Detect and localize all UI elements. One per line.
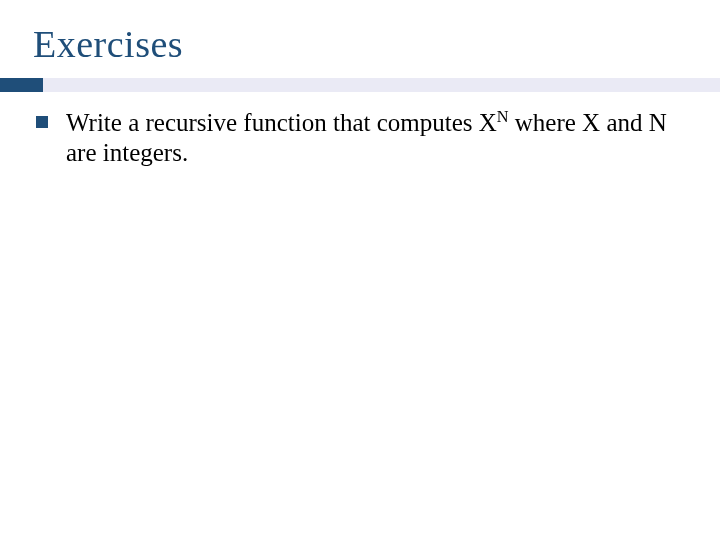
bullet-text-prefix: Write a recursive function that computes… <box>66 109 497 136</box>
square-bullet-icon <box>36 116 48 128</box>
title-area: Exercises <box>33 22 687 66</box>
accent-bar <box>0 78 720 92</box>
list-item: Write a recursive function that computes… <box>36 108 684 167</box>
bullet-text-superscript: N <box>497 108 509 126</box>
body-area: Write a recursive function that computes… <box>36 108 684 167</box>
bullet-text: Write a recursive function that computes… <box>66 108 684 167</box>
slide: Exercises Write a recursive function tha… <box>0 0 720 540</box>
slide-title: Exercises <box>33 22 687 66</box>
